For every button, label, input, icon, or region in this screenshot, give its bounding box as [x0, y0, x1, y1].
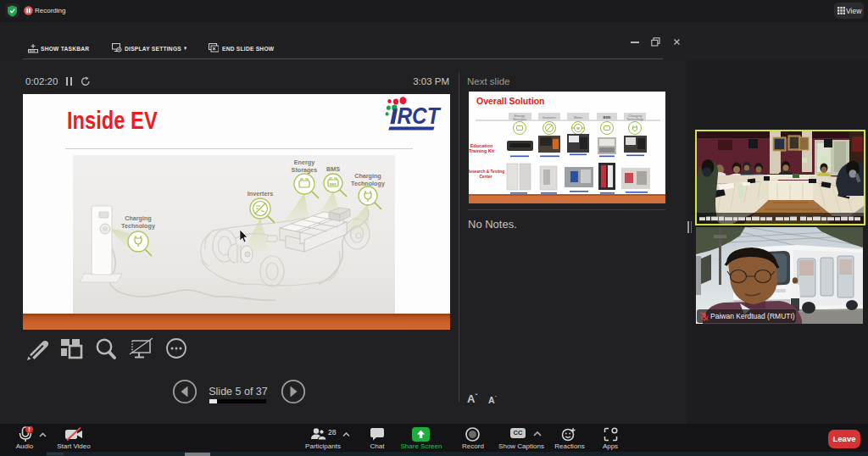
svg-text:Technology: Technology: [121, 222, 155, 230]
svg-text:Motor: Motor: [574, 115, 583, 120]
svg-text:Inverters: Inverters: [248, 190, 273, 197]
svg-text:Charging: Charging: [125, 214, 152, 222]
svg-text:Storages: Storages: [292, 166, 318, 174]
svg-text:Paiwan Kerdtuad (RMUTI): Paiwan Kerdtuad (RMUTI): [710, 312, 795, 320]
svg-text:Energy: Energy: [294, 158, 314, 166]
svg-text:Research & Testing: Research & Testing: [469, 170, 504, 174]
svg-text:Technology: Technology: [626, 117, 643, 121]
svg-text:BMS: BMS: [604, 115, 611, 120]
svg-text:!: !: [28, 426, 30, 432]
svg-text:Inverters: Inverters: [542, 115, 556, 120]
svg-text:BMS: BMS: [326, 165, 340, 173]
svg-text:28: 28: [328, 428, 337, 437]
svg-text:Storages: Storages: [513, 117, 526, 121]
svg-text:Training Kit: Training Kit: [469, 148, 494, 153]
svg-text:RCT: RCT: [398, 103, 442, 129]
svg-text:Charging: Charging: [354, 172, 381, 180]
svg-text:M: M: [576, 126, 579, 131]
svg-text:BMS: BMS: [330, 183, 337, 186]
svg-text:Center: Center: [479, 175, 492, 179]
